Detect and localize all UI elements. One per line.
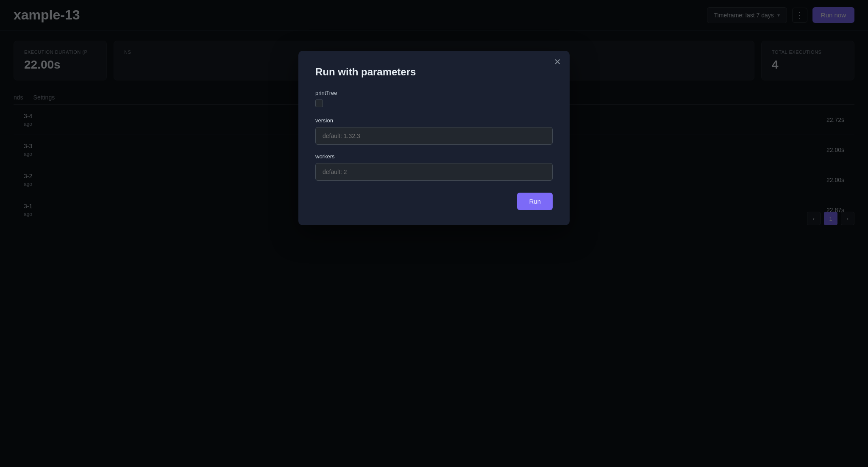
field-label-printTree: printTree — [315, 90, 553, 96]
checkbox-printTree[interactable] — [315, 99, 323, 107]
modal-overlay: ✕ Run with parameters printTree version … — [0, 0, 868, 467]
input-version[interactable] — [315, 127, 553, 145]
form-group-workers: workers — [315, 153, 553, 181]
run-button[interactable]: Run — [517, 193, 553, 210]
field-label-version: version — [315, 117, 553, 124]
modal-dialog: ✕ Run with parameters printTree version … — [298, 51, 570, 225]
modal-footer: Run — [315, 193, 553, 210]
form-group-version: version — [315, 117, 553, 145]
close-icon: ✕ — [554, 57, 561, 66]
modal-title: Run with parameters — [315, 66, 553, 78]
input-workers[interactable] — [315, 163, 553, 181]
form-group-printTree: printTree — [315, 90, 553, 109]
modal-close-button[interactable]: ✕ — [554, 58, 561, 66]
field-label-workers: workers — [315, 153, 553, 160]
